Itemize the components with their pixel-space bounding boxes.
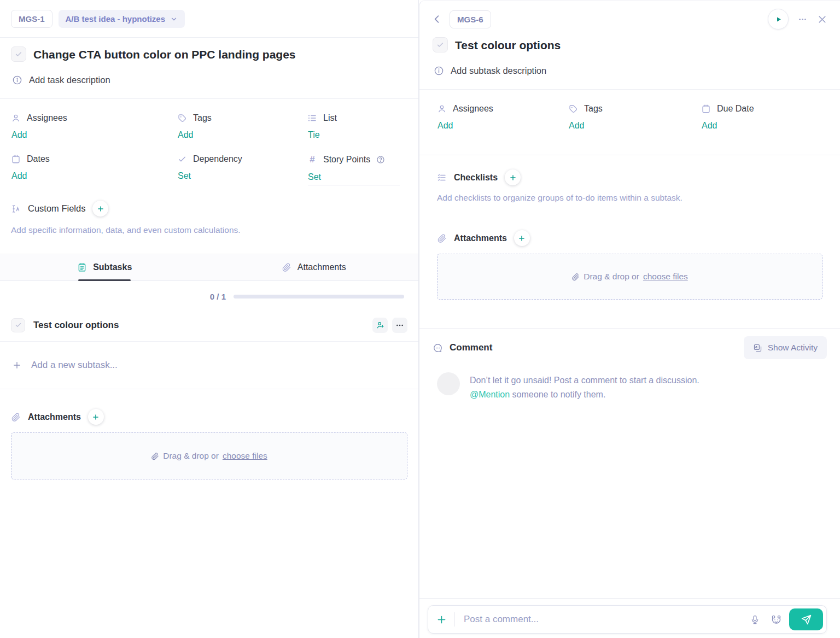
field-label: Tags [584, 104, 603, 114]
attachments-dropzone[interactable]: Drag & drop or choose files [11, 432, 407, 479]
tag-icon [177, 113, 187, 123]
add-assignee-link[interactable]: Add [438, 121, 453, 131]
tab-attachments[interactable]: Attachments [209, 254, 419, 280]
add-attachment-button[interactable] [514, 230, 530, 246]
info-icon [12, 75, 22, 85]
task-title[interactable]: Change CTA button color on PPC landing p… [33, 46, 296, 61]
attachments-label: Attachments [454, 233, 507, 243]
tab-attachments-label: Attachments [298, 262, 346, 272]
subtask-description-placeholder: Add subtask description [451, 66, 546, 76]
comment-footer [419, 598, 840, 638]
choose-files-link[interactable]: choose files [223, 451, 267, 461]
ai-assistant-icon[interactable] [771, 614, 782, 625]
subtask-panel: MGS-6 Test colour options [419, 0, 840, 638]
add-dates-link[interactable]: Add [11, 171, 27, 181]
custom-fields-label: Custom Fields [28, 203, 85, 214]
task-complete-checkbox[interactable] [11, 46, 26, 62]
attachments-section: Attachments Drag & drop or choose files [0, 389, 418, 479]
plus-icon [12, 360, 22, 370]
task-description-placeholder: Add task description [29, 75, 110, 85]
list-icon [307, 113, 317, 123]
task-fields-grid: Assignees Add Tags Add List [0, 99, 418, 185]
add-checklist-button[interactable] [505, 169, 521, 185]
subtask-complete-checkbox[interactable] [433, 37, 448, 52]
checklists-label: Checklists [454, 173, 498, 183]
tab-subtasks[interactable]: Subtasks [0, 254, 209, 280]
calendar-icon [11, 154, 21, 164]
add-custom-field-button[interactable] [92, 201, 108, 216]
add-subtask-button[interactable]: Add a new subtask... [0, 342, 418, 389]
checklists-hint: Add checklists to organize groups of to-… [437, 193, 822, 203]
assign-user-button[interactable] [372, 318, 388, 333]
field-label: Dates [27, 154, 50, 164]
checklist-icon [437, 173, 447, 183]
choose-files-link[interactable]: choose files [643, 272, 688, 282]
field-label: Dependency [193, 154, 242, 164]
text-cursor-icon [11, 204, 21, 214]
attachments-label: Attachments [28, 412, 81, 422]
subtask-complete-checkbox[interactable] [11, 318, 25, 332]
attach-to-comment-button[interactable] [428, 614, 454, 625]
subtask-title[interactable]: Test colour options [455, 37, 561, 52]
field-list: List Tie [307, 113, 407, 140]
comment-input-bar [428, 605, 827, 634]
field-tags: Tags Add [568, 104, 701, 131]
subtask-tabbar: Subtasks Attachments [0, 254, 418, 281]
hash-icon: # [307, 154, 317, 165]
help-icon[interactable] [376, 155, 385, 164]
subtask-title-row: Test colour options [419, 30, 840, 52]
field-story-points: # Story Points Set [307, 154, 407, 185]
add-tag-link[interactable]: Add [178, 130, 193, 140]
field-dependency: Dependency Set [177, 154, 307, 185]
subtask-id-badge[interactable]: MGS-6 [450, 10, 491, 28]
attachments-dropzone[interactable]: Drag & drop or choose files [437, 254, 822, 300]
more-menu-button[interactable] [798, 15, 807, 24]
status-dropdown[interactable]: A/B test idea - hypnotizes [59, 10, 185, 28]
paperclip-icon [11, 412, 21, 422]
comment-input[interactable] [455, 614, 750, 625]
show-activity-button[interactable]: Show Activity [744, 336, 827, 359]
custom-fields-row: Custom Fields [0, 185, 418, 216]
paperclip-icon [571, 273, 580, 281]
add-subtask-label: Add a new subtask... [31, 360, 118, 371]
custom-fields-hint: Add specific information, data, and even… [0, 216, 418, 235]
paperclip-icon [282, 262, 291, 272]
avatar [437, 372, 460, 395]
set-story-points-link[interactable]: Set [308, 172, 400, 185]
assignee-icon [11, 113, 21, 123]
start-timer-button[interactable] [768, 9, 789, 30]
task-description-row[interactable]: Add task description [0, 62, 418, 85]
subtask-menu-button[interactable] [392, 318, 407, 333]
add-assignee-link[interactable]: Add [11, 130, 27, 140]
send-comment-button[interactable] [789, 608, 823, 630]
check-icon [177, 154, 187, 164]
task-id-badge[interactable]: MGS-1 [11, 10, 52, 28]
assignee-icon [437, 104, 447, 114]
comment-bubble-icon [433, 343, 443, 353]
subtask-row[interactable]: Test colour options [0, 309, 418, 342]
task-title-row: Change CTA button color on PPC landing p… [0, 38, 418, 62]
comment-empty-line2: @Mention someone to notify them. [470, 388, 699, 402]
tab-subtasks-label: Subtasks [93, 262, 132, 272]
subtask-title[interactable]: Test colour options [33, 320, 119, 331]
subtask-description-row[interactable]: Add subtask description [419, 52, 840, 76]
add-due-date-link[interactable]: Add [702, 121, 717, 131]
field-due-date: Due Date Add [701, 104, 822, 131]
info-icon [434, 66, 444, 76]
subtasks-icon [77, 262, 87, 272]
back-button[interactable] [431, 14, 442, 25]
add-attachment-button[interactable] [88, 409, 104, 425]
list-value-link[interactable]: Tie [308, 130, 320, 140]
field-assignees: Assignees Add [437, 104, 568, 131]
field-label: Due Date [717, 104, 754, 114]
comment-input-icons [750, 614, 782, 625]
microphone-icon[interactable] [750, 614, 760, 625]
field-label: Assignees [27, 113, 67, 123]
close-button[interactable] [816, 14, 828, 25]
dropzone-text: Drag & drop or [163, 451, 219, 461]
field-dates: Dates Add [11, 154, 177, 185]
add-tag-link[interactable]: Add [569, 121, 584, 131]
set-dependency-link[interactable]: Set [178, 171, 191, 181]
comment-section-header: Comment Show Activity [419, 329, 840, 359]
subtask-fields-grid: Assignees Add Tags Add Due Dat [419, 90, 840, 131]
